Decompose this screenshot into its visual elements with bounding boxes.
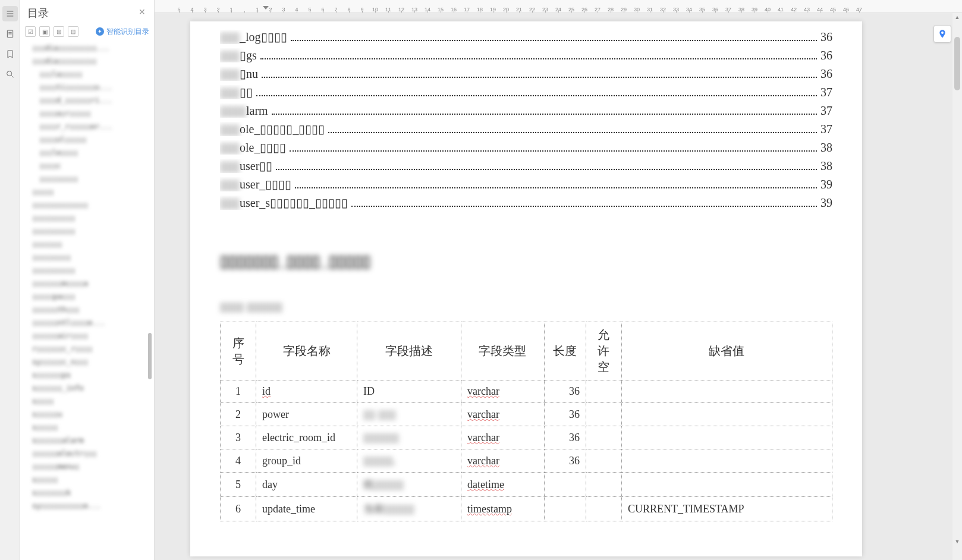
toc-item[interactable]: ▯▯▯▯▯▯▯▯▯▯▯▯▯	[29, 199, 152, 212]
toc-item[interactable]: ▯▯▯▯▯	[29, 185, 152, 199]
page-toc-label: ▯▯▯ole_▯▯▯▯	[220, 140, 286, 155]
toc-dots	[290, 150, 817, 152]
toc-item[interactable]: s▯▯▯▯▯▯_info	[29, 382, 152, 395]
toc-list[interactable]: ▯▯▯dia▯▯▯▯▯▯▯▯▯...▯▯▯dia▯▯▯▯▯▯▯▯▯▯▯▯la▯▯…	[20, 42, 154, 560]
ruler-tick: 30	[630, 7, 643, 12]
bookmark-icon[interactable]	[2, 46, 18, 62]
table-cell	[586, 403, 621, 426]
ruler-tick: 25	[565, 7, 578, 12]
toc-item[interactable]: ▯▯▯▯▯▯▯▯▯▯	[29, 212, 152, 225]
scrollbar-thumb[interactable]	[954, 37, 960, 90]
page-toc-row[interactable]: ▯▯▯_log▯▯▯▯36	[220, 30, 832, 45]
toc-item[interactable]: sy▯▯▯▯▯▯▯▯▯▯e...	[29, 499, 152, 512]
toc-item[interactable]: s▯▯▯▯▯u	[29, 408, 152, 421]
toc-item[interactable]: s▯▯▯▯	[29, 395, 152, 408]
toc-item[interactable]: s▯▯▯▯▯▯ps	[29, 369, 152, 382]
toc-image-icon[interactable]: ▣	[39, 26, 50, 37]
ruler-tick: 42	[787, 7, 800, 12]
svg-line-7	[11, 75, 13, 77]
ruler-tick: 27	[591, 7, 604, 12]
toc-item[interactable]: ▯▯▯▯▯▯▯▯▯	[29, 251, 152, 264]
toc-checkbox-icon[interactable]: ☑	[25, 26, 36, 37]
toc-item[interactable]: ▯▯▯la▯▯▯▯▯	[29, 68, 152, 81]
toc-item[interactable]: ▯▯▯▯a▯r▯▯▯▯▯	[29, 107, 152, 120]
page-toc: ▯▯▯_log▯▯▯▯36▯▯▯▯gs36▯▯▯▯nu36▯▯▯▯▯37▯▯▯▯…	[220, 21, 832, 210]
page-toc-row[interactable]: ▯▯▯user▯▯38	[220, 159, 832, 174]
ruler-tick: 47	[853, 7, 866, 12]
table-cell: 2	[221, 403, 256, 426]
toc-item[interactable]: ▯▯▯▯▯▯▯	[29, 238, 152, 251]
table-cell: timestamp	[461, 497, 544, 521]
toc-item[interactable]: ▯▯▯▯▯▯ntl▯▯▯▯e...	[29, 316, 152, 329]
toc-item[interactable]: ▯▯▯▯▯▯▯▯▯▯	[29, 225, 152, 238]
page-toc-label: ▯▯▯_log▯▯▯▯	[220, 30, 287, 44]
close-icon[interactable]: ✕	[139, 7, 148, 17]
page-icon[interactable]	[2, 26, 18, 42]
ruler-tick: 6	[316, 7, 329, 12]
table-cell: id	[256, 380, 357, 403]
toc-dots	[262, 77, 817, 78]
table-header-row: 序号 字段名称 字段描述 字段类型 长度 允许空 缺省值	[221, 322, 832, 380]
scroll-down-arrow[interactable]: ▼	[954, 539, 960, 545]
th-desc: 字段描述	[357, 322, 461, 380]
toc-item[interactable]: s▯▯▯▯▯	[29, 421, 152, 434]
toc-item[interactable]: ▯▯▯▯c	[29, 159, 152, 172]
vertical-scrollbar[interactable]: ▲ ▼	[952, 13, 962, 560]
table-cell	[586, 473, 621, 497]
toc-item[interactable]: ▯▯▯▯▯▯menu▯	[29, 460, 152, 473]
table-cell: 6	[221, 497, 256, 521]
toc-item[interactable]: sy▯▯▯▯▯c_n▯▯▯	[29, 355, 152, 369]
toc-item[interactable]: ▯▯▯▯▯▯air▯▯▯▯	[29, 329, 152, 342]
toc-item[interactable]: ▯▯▯▯▯▯electr▯▯▯	[29, 447, 152, 460]
sparkle-icon: ✦	[96, 27, 104, 36]
page-toc-row[interactable]: ▯▯▯▯▯37	[220, 85, 832, 100]
toc-item[interactable]: ▯▯▯▯▯▯th▯▯▯	[29, 303, 152, 316]
table-cell: 36	[544, 449, 586, 473]
page-toc-row[interactable]: ▯▯▯ole_▯▯▯▯▯_▯▯▯▯37	[220, 122, 832, 137]
toc-item[interactable]: s▯▯▯▯▯▯alarm	[29, 434, 152, 447]
ruler-tick: 17	[460, 7, 473, 12]
ruler-tick: 10	[369, 7, 382, 12]
toc-collapse-icon[interactable]: ⊟	[68, 26, 78, 37]
toc-item[interactable]: ▯▯▯▯▯▯▯▯▯▯	[29, 264, 152, 277]
toc-item[interactable]: ▯▯▯▯d_▯▯▯▯▯▯ri...	[29, 94, 152, 107]
toc-item[interactable]: r▯▯▯▯▯▯c_r▯▯▯▯	[29, 342, 152, 355]
ruler-tick: 1	[225, 7, 238, 12]
table-cell: 当前▯▯▯▯▯	[357, 497, 461, 521]
ruler-tick: 37	[722, 7, 735, 12]
toc-item[interactable]: ▯▯▯dia▯▯▯▯▯▯▯▯▯	[29, 55, 152, 68]
page-toc-row[interactable]: ▯▯▯user_s▯▯▯▯▯▯_▯▯▯▯▯39	[220, 196, 832, 210]
toc-item[interactable]: s▯▯▯▯▯	[29, 473, 152, 486]
toc-expand-icon[interactable]: ⊞	[54, 26, 64, 37]
toc-item[interactable]: ▯▯▯dia▯▯▯▯▯▯▯▯▯...	[29, 42, 152, 55]
toc-item[interactable]: ▯▯▯▯r_r▯▯▯▯▯er...	[29, 120, 152, 133]
table-cell	[621, 426, 832, 449]
table-cell	[621, 403, 832, 426]
toc-item[interactable]: ▯▯▯▯ti▯▯▯▯▯▯▯o...	[29, 81, 152, 94]
toc-item[interactable]: s▯▯▯▯▯▯▯k	[29, 486, 152, 499]
toc-item[interactable]: ▯▯▯▯▯pa▯▯▯	[29, 290, 152, 303]
table-cell: CURRENT_TIMESTAMP	[621, 497, 832, 521]
page-toc-row[interactable]: ▯▯▯ole_▯▯▯▯38	[220, 140, 832, 155]
table-cell: 4	[221, 449, 256, 473]
map-pin-button[interactable]	[933, 25, 951, 43]
toc-item[interactable]: ▯▯▯▯▯▯▯▯▯	[29, 172, 152, 185]
toc-item[interactable]: ▯▯▯▯ol▯▯▯▯▯	[29, 133, 152, 146]
smart-toc-button[interactable]: ✦ 智能识别目录	[96, 27, 149, 37]
ruler-tick: 38	[735, 7, 748, 12]
table-cell: group_id	[256, 449, 357, 473]
page-toc-row[interactable]: ▯▯▯▯nu36	[220, 67, 832, 81]
page-toc-row[interactable]: ▯▯▯▯gs36	[220, 48, 832, 63]
table-row: 5day统▯▯▯▯▯datetime	[221, 473, 832, 497]
scroll-up-arrow[interactable]: ▲	[954, 14, 960, 20]
page-toc-pagenum: 39	[820, 196, 832, 210]
toc-item[interactable]: ▯▯▯▯▯▯▯m▯▯▯▯a	[29, 277, 152, 290]
search-icon[interactable]	[2, 67, 18, 82]
toc-icon[interactable]	[2, 6, 18, 21]
page-toc-row[interactable]: ▯▯▯user_▯▯▯▯39	[220, 177, 832, 192]
ruler-tick: 29	[617, 7, 630, 12]
toc-dots	[256, 95, 817, 96]
table-cell	[621, 473, 832, 497]
toc-item[interactable]: ▯▯▯le▯▯▯▯	[29, 146, 152, 159]
page-toc-row[interactable]: ▯▯▯▯larm37	[220, 103, 832, 118]
